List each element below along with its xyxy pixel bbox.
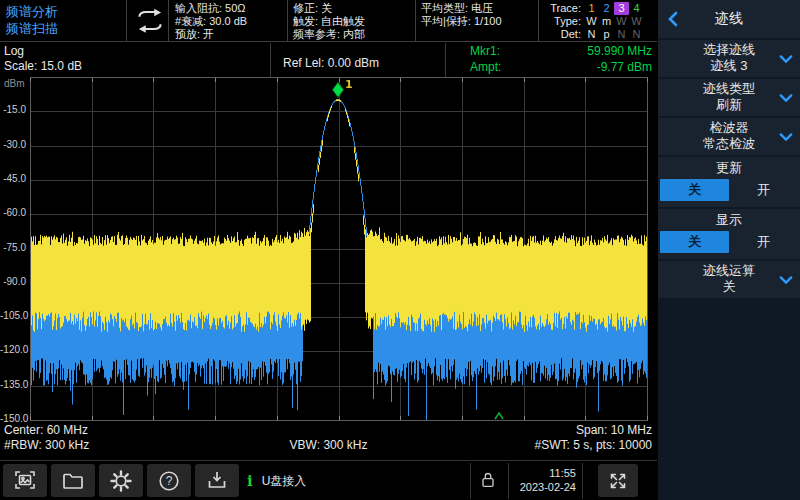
trace-2-type[interactable]: m — [599, 15, 614, 28]
toggle-option-开[interactable]: 开 — [729, 231, 798, 253]
time: 11:55 — [514, 466, 576, 480]
file-browser-button[interactable] — [51, 464, 95, 497]
trace-3-det[interactable]: N — [614, 28, 629, 41]
mode-indicator[interactable]: 频谱分析 频谱扫描 — [6, 3, 58, 37]
marker-ampt-name: Ampt: — [470, 59, 501, 75]
freq-reference: 频率参考: 内部 — [293, 28, 365, 41]
separator — [415, 0, 416, 42]
sidebar-item-display[interactable]: 显示关开 — [658, 209, 800, 259]
trace-row-label: Type: — [543, 15, 581, 28]
scale-row: Log Scale: 15.0 dB Ref Lel: 0.00 dBm Mkr… — [0, 43, 657, 77]
sidebar-item-update[interactable]: 更新关开 — [658, 157, 800, 207]
trace-row-label: Det: — [543, 28, 581, 41]
trace-row-label: Trace: — [543, 2, 581, 15]
toggle-option-关[interactable]: 关 — [660, 179, 729, 201]
save-button[interactable] — [195, 464, 239, 497]
toggle-option-关[interactable]: 关 — [660, 231, 729, 253]
screenshot-button[interactable] — [3, 464, 47, 497]
trace-4-num[interactable]: 4 — [629, 2, 644, 15]
toggle-group: 关开 — [660, 231, 798, 253]
sidebar-items: 选择迹线迹线 3迹线类型刷新检波器常态检波更新关开显示关开迹线运算关 — [658, 40, 800, 298]
average-type: 平均类型: 电压 — [421, 2, 502, 15]
toggle-group: 关开 — [660, 179, 798, 201]
trace-4-type[interactable]: W — [629, 15, 644, 28]
y-tick-label: -30.0 — [0, 139, 26, 151]
log-label: Log — [4, 44, 24, 58]
trace-status-grid[interactable]: Trace:1234Type:WmWWDet:NpNN — [543, 2, 644, 41]
settings-gear-icon — [109, 469, 133, 493]
y-tick-label: -150.0 — [0, 413, 26, 425]
separator — [582, 463, 583, 499]
separator — [470, 463, 471, 499]
item-label: 更新 — [658, 157, 800, 179]
sweep-time[interactable]: #SWT: 5 s, pts: 10000 — [535, 438, 652, 452]
top-settings-bar: 频谱分析 频谱扫描 输入阻抗: 50Ω #衰减: 30.0 dB 预放: 开 — [0, 0, 657, 42]
separator — [538, 0, 539, 42]
y-tick-label: -60.0 — [0, 207, 26, 219]
y-tick-label: -45.0 — [0, 173, 26, 185]
separator — [445, 43, 446, 77]
help-button[interactable]: ? — [147, 464, 191, 497]
marker-readout: Mkr1: 59.990 MHz Ampt: -9.77 dBm — [460, 43, 652, 75]
continuous-sweep-icon[interactable] — [132, 8, 168, 34]
attenuation: #衰减: 30.0 dB — [175, 15, 247, 28]
trace-1-type[interactable]: W — [584, 15, 599, 28]
trace-1-det[interactable]: N — [584, 28, 599, 41]
trace-4-det[interactable]: N — [629, 28, 644, 41]
folder-icon — [61, 469, 85, 493]
chevron-down-icon — [779, 131, 793, 147]
span[interactable]: Span: 10 MHz — [576, 423, 652, 437]
trigger-settings: 修正: 关 触发: 自由触发 频率参考: 内部 — [293, 2, 365, 41]
screenshot-icon — [13, 469, 37, 493]
chevron-down-icon — [779, 274, 793, 290]
svg-text:?: ? — [166, 474, 173, 488]
sidebar-header[interactable]: 迹线 — [658, 0, 800, 38]
lock-icon — [478, 469, 498, 491]
separator — [270, 43, 271, 77]
toggle-option-开[interactable]: 开 — [729, 179, 798, 201]
softkey-sidebar: 迹线 选择迹线迹线 3迹线类型刷新检波器常态检波更新关开显示关开迹线运算关 — [658, 0, 800, 500]
date: 2023-02-24 — [514, 480, 576, 494]
trace-3-num[interactable]: 3 — [614, 2, 629, 15]
message-text: U盘接入 — [262, 473, 307, 490]
y-tick-label: -105.0 — [0, 310, 26, 322]
sidebar-item-trace-math[interactable]: 迹线运算关 — [658, 261, 800, 298]
help-icon: ? — [157, 469, 181, 493]
trace-2-det[interactable]: p — [599, 28, 614, 41]
mode-line-2[interactable]: 频谱扫描 — [6, 20, 58, 37]
trace-1-num[interactable]: 1 — [584, 2, 599, 15]
correction: 修正: 关 — [293, 2, 365, 15]
trace-2-num[interactable]: 2 — [599, 2, 614, 15]
mode-line-1[interactable]: 频谱分析 — [6, 3, 58, 20]
chevron-down-icon — [779, 92, 793, 108]
chevron-left-icon[interactable] — [667, 11, 678, 30]
input-impedance: 输入阻抗: 50Ω — [175, 2, 247, 15]
y-tick-label: -90.0 — [0, 276, 26, 288]
sidebar-item-select-trace[interactable]: 选择迹线迹线 3 — [658, 40, 800, 77]
save-icon — [205, 469, 229, 493]
scale-label[interactable]: Scale: 15.0 dB — [4, 59, 82, 73]
marker-name: Mkr1: — [470, 43, 500, 59]
ref-level-label[interactable]: Ref Lel: 0.00 dBm — [283, 56, 379, 70]
settings-button[interactable] — [99, 464, 143, 497]
bottom-toolbar: ? i U盘接入 11:55 — [0, 460, 657, 500]
marker-amplitude: -9.77 dBm — [597, 59, 652, 75]
sidebar-title: 迹线 — [715, 10, 743, 28]
preamp: 预放: 开 — [175, 28, 247, 41]
spectrum-canvas[interactable] — [30, 77, 648, 421]
lock-indicator[interactable] — [478, 469, 498, 495]
marker-frequency: 59.990 MHz — [587, 43, 652, 59]
average-hold: 平均|保持: 1/100 — [421, 15, 502, 28]
trace-3-type[interactable]: W — [614, 15, 629, 28]
input-settings: 输入阻抗: 50Ω #衰减: 30.0 dB 预放: 开 — [175, 2, 247, 41]
clock[interactable]: 11:55 2023-02-24 — [514, 466, 576, 494]
separator — [126, 0, 127, 42]
sidebar-item-trace-type[interactable]: 迹线类型刷新 — [658, 79, 800, 116]
center-frequency[interactable]: Center: 60 MHz — [4, 423, 88, 437]
sidebar-item-detector[interactable]: 检波器常态检波 — [658, 118, 800, 155]
fullscreen-button[interactable] — [598, 464, 638, 497]
average-settings: 平均类型: 电压 平均|保持: 1/100 — [421, 2, 502, 28]
separator — [168, 0, 169, 42]
separator — [508, 463, 509, 499]
item-label: 显示 — [658, 209, 800, 231]
